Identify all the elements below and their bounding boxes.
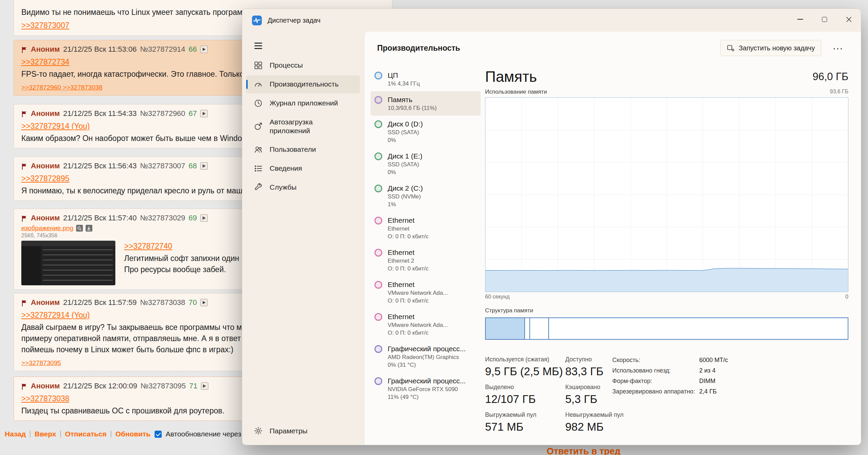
reply-link[interactable]: >>327873038 [21, 393, 69, 404]
post-number-link[interactable]: №327873029 [140, 213, 185, 223]
post-expand-button[interactable] [200, 214, 208, 222]
backlink[interactable]: >>327872960 >>327873038 [21, 84, 102, 91]
composition-label: Структура памяти [485, 307, 848, 314]
reply-link[interactable]: >>327872740 [124, 241, 172, 252]
perf-item-disk-0[interactable]: Диск 0 (D:) SSD (SATA) 0% [370, 116, 481, 148]
reply-link[interactable]: >>327872914 (You) [21, 310, 90, 320]
post-expand-button[interactable] [201, 382, 208, 390]
backlink[interactable]: >>327873095 [21, 359, 61, 366]
zoom-file-icon[interactable] [76, 225, 83, 232]
nav-item-users[interactable]: Пользователи [246, 141, 360, 159]
post-flag-icon [21, 46, 27, 53]
nav-item-services[interactable]: Службы [246, 178, 360, 196]
more-options-button[interactable]: ... [828, 39, 848, 57]
post-expand-button[interactable] [200, 162, 208, 170]
nav-item-app-history[interactable]: Журнал приложений [246, 94, 360, 112]
play-icon [203, 216, 206, 220]
reply-link[interactable]: >>327872734 [21, 56, 69, 67]
post-author: Аноним [31, 297, 60, 308]
post-expand-button[interactable] [200, 299, 208, 306]
nav-item-label: Службы [270, 183, 297, 192]
post-expand-button[interactable] [200, 110, 208, 117]
post-number-link[interactable]: №327873038 [140, 297, 185, 308]
sidebar-bottom: Параметры [242, 421, 364, 441]
network-graph-icon [374, 281, 382, 289]
chart-labels: Использование памяти 93,6 ГБ [485, 89, 848, 95]
reply-link[interactable]: >>327872914 (You) [21, 121, 90, 131]
perf-item-gpu-1[interactable]: Графический процесс... NVIDIA GeForce RT… [370, 373, 481, 405]
post-number-link[interactable]: №327872960 [140, 109, 185, 119]
minimize-button[interactable] [788, 9, 812, 30]
unsubscribe-link[interactable]: Отписаться [65, 430, 107, 438]
post-expand-button[interactable] [200, 46, 208, 53]
stat-in-use: Используется (сжатая) 9,5 ГБ (2,5 МБ) [485, 356, 565, 378]
screen: Видимо ты не понимаешь что Linux умеет з… [0, 0, 868, 455]
memory-usage-area [485, 268, 848, 292]
post-text: Легитимный софт запихни один Про ресурсы… [124, 253, 239, 275]
performance-icon [254, 80, 263, 89]
stat-paged-pool: Выгружаемый пул 571 МБ [485, 411, 565, 433]
gpu-graph-icon [374, 377, 382, 385]
perf-item-disk-2[interactable]: Диск 2 (C:) SSD (NVMe) 1% [370, 180, 481, 212]
post-number-link[interactable]: №327873007 [140, 161, 185, 171]
startup-apps-icon [254, 122, 263, 131]
autoupdate-label: Автообновление через 5 [166, 430, 247, 438]
page-title: Производительность [377, 44, 460, 53]
post-author: Аноним [31, 161, 60, 171]
minimize-icon [797, 19, 803, 20]
reply-to-thread-link[interactable]: Ответить в тред [547, 446, 620, 455]
cpu-graph-icon [374, 72, 382, 79]
post-number-link[interactable]: №327872914 [140, 44, 185, 54]
close-button[interactable] [837, 9, 861, 30]
perf-item-cpu[interactable]: ЦП 1% 4,34 ГГц [370, 67, 481, 91]
post-thumbnail-image[interactable] [21, 241, 115, 285]
nav-item-details[interactable]: Сведения [246, 160, 360, 177]
file-name-link[interactable]: изображение.png [21, 224, 73, 232]
perf-item-memory[interactable]: Память 10,3/93,6 ГБ (11%) [370, 91, 481, 116]
up-link[interactable]: Вверх [35, 430, 56, 438]
back-link[interactable]: Назад [5, 430, 26, 438]
post-flag-icon [21, 163, 27, 169]
perf-item-disk-1[interactable]: Диск 1 (E:) SSD (SATA) 0% [370, 148, 481, 180]
reply-link[interactable]: >>327872895 [21, 173, 69, 184]
sidebar: Процессы Производительность Журнал прило… [242, 32, 364, 445]
nav-item-performance[interactable]: Производительность [246, 75, 360, 93]
perf-item-ethernet-3[interactable]: Ethernet VMware Network Ada... О: 0 П: 0… [370, 276, 481, 308]
details-icon [254, 164, 263, 173]
backlink[interactable]: >>327873007 [21, 20, 69, 31]
stat-committed: Выделено 12/107 ГБ [485, 384, 565, 406]
memory-composition-segment-modified [525, 318, 530, 339]
perf-item-ethernet-4[interactable]: Ethernet VMware Network Ada... О: 0 П: 0… [370, 308, 481, 340]
window-title: Диспетчер задач [268, 17, 320, 24]
post-author: Аноним [31, 109, 60, 119]
network-graph-icon [374, 217, 382, 224]
download-file-icon[interactable] [86, 225, 92, 232]
info-hardware-reserved: Зарезервировано аппаратно: 2,4 ГБ [612, 388, 846, 395]
caption-buttons [788, 9, 861, 32]
nav-item-label: Пользователи [270, 145, 316, 154]
play-icon [203, 384, 206, 388]
run-new-task-button[interactable]: Запустить новую задачу [720, 40, 821, 56]
menu-toggle-button[interactable] [254, 43, 262, 49]
memory-total: 96,0 ГБ [813, 71, 848, 83]
nav-item-processes[interactable]: Процессы [246, 56, 360, 74]
nav-item-settings[interactable]: Параметры [246, 422, 360, 440]
memory-stats: Используется (сжатая) 9,5 ГБ (2,5 МБ) До… [485, 356, 848, 439]
titlebar[interactable]: Диспетчер задач [242, 9, 861, 32]
thumbnail-detail [21, 246, 41, 285]
divider [111, 431, 111, 437]
x-axis-left-label: 60 секунд [485, 294, 510, 300]
post-number-link[interactable]: №327873095 [141, 381, 186, 391]
run-new-task-label: Запустить новую задачу [739, 44, 815, 52]
maximize-button[interactable] [812, 9, 837, 30]
perf-item-ethernet-2[interactable]: Ethernet Ethernet 2 О: 0 П: 0 кбит/с [370, 244, 481, 276]
nav-item-label: Параметры [270, 427, 307, 435]
perf-item-ethernet-1[interactable]: Ethernet Ethernet О: 0 П: 0 кбит/с [370, 212, 481, 244]
autoupdate-checkbox[interactable] [155, 431, 162, 438]
refresh-link[interactable]: Обновить [115, 430, 151, 438]
post-flag-icon [21, 110, 27, 117]
perf-item-gpu-0[interactable]: Графический процесс... AMD Radeon(TM) Gr… [370, 340, 481, 373]
gpu-graph-icon [374, 345, 382, 353]
nav-item-startup-apps[interactable]: Автозагрузка приложений [246, 113, 360, 140]
post-date: 21/12/25 Вск 11:54:33 [63, 109, 137, 119]
